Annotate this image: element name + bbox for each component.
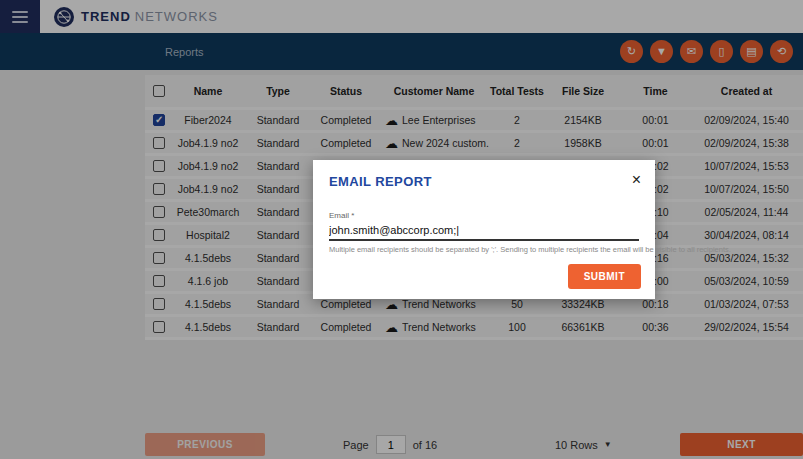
email-input-value: john.smith@abccorp.com;: [329, 224, 456, 236]
email-field-label: Email *: [329, 211, 639, 220]
dialog-title: EMAIL REPORT: [329, 174, 639, 189]
submit-button[interactable]: SUBMIT: [568, 264, 641, 289]
app-screen: TRENDNETWORKS Reports ↻▼✉▯▤⟲ NameTypeSta…: [0, 0, 803, 459]
text-cursor: |: [456, 224, 459, 236]
close-icon[interactable]: ×: [632, 172, 641, 188]
email-report-dialog: EMAIL REPORT × Email * john.smith@abccor…: [313, 160, 655, 299]
email-helper-text: Multiple email recipients should be sepa…: [329, 245, 639, 254]
email-input[interactable]: john.smith@abccorp.com;|: [329, 224, 639, 241]
